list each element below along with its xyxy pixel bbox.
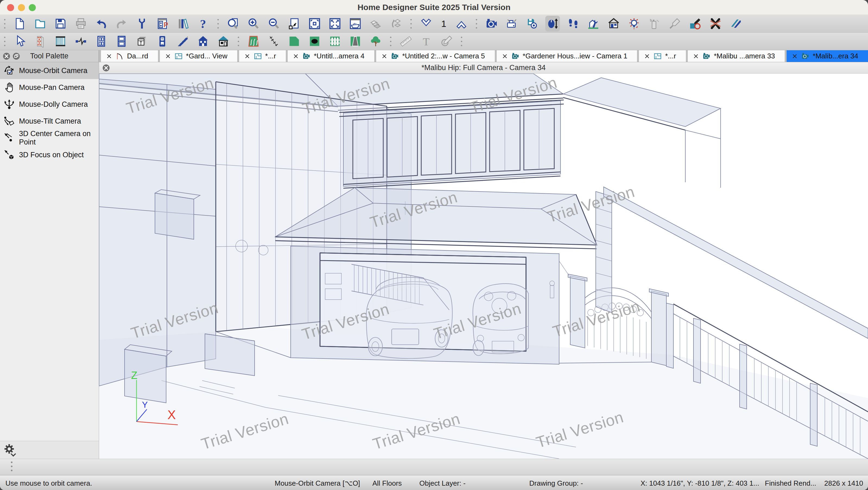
tab-dashboard[interactable]: Da...rd	[101, 50, 158, 62]
text-tool-button[interactable]: T	[419, 33, 433, 49]
tab-close-icon[interactable]	[106, 53, 112, 59]
window-tool-button[interactable]	[114, 33, 129, 49]
tab-camera-34[interactable]: *Malib...era 34	[786, 50, 868, 62]
undo-button[interactable]	[94, 16, 108, 31]
terrain-perimeter-button[interactable]	[246, 33, 261, 49]
cad-tools-button[interactable]	[439, 33, 454, 49]
terrain-feature-button[interactable]	[287, 33, 302, 49]
palette-item-mouse-dolly-camera[interactable]: Mouse-Dolly Camera	[0, 96, 99, 113]
toolbar-drag-handle[interactable]	[460, 37, 464, 46]
3d-canvas[interactable]: Z Y X Trial Version Trial Version Trial …	[99, 74, 868, 459]
gear-icon[interactable]	[3, 443, 17, 457]
fill-window-button[interactable]	[307, 16, 322, 31]
close-window-button[interactable]	[7, 4, 14, 11]
wall-tool-button[interactable]	[33, 33, 48, 49]
full-camera-button[interactable]	[484, 16, 499, 31]
tab-close-icon[interactable]	[244, 53, 250, 59]
walkthrough-button[interactable]	[566, 16, 580, 31]
down-one-floor-button[interactable]	[419, 16, 433, 31]
minimize-window-button[interactable]	[18, 4, 25, 11]
toolbar-drag-handle[interactable]	[11, 461, 12, 471]
save-plan-button[interactable]	[53, 16, 68, 31]
material-eyedropper-button[interactable]	[688, 16, 703, 31]
help-button[interactable]: ?	[196, 16, 210, 31]
tab-close-icon[interactable]	[292, 53, 299, 59]
library-browser-button[interactable]	[175, 16, 190, 31]
pond-tool-button[interactable]	[307, 33, 322, 49]
dollhouse-icon	[608, 18, 620, 30]
palette-item-mouse-tilt-camera[interactable]: Mouse-Tilt Camera	[0, 113, 99, 129]
up-one-floor-button[interactable]	[454, 16, 469, 31]
multi-floor-building-button[interactable]	[196, 33, 210, 49]
toolbar-drag-handle[interactable]	[3, 37, 7, 46]
swap-views-button[interactable]	[389, 16, 403, 31]
status-floor-filter[interactable]: All Floors	[372, 479, 402, 488]
auto-roof-button[interactable]	[216, 33, 231, 49]
toolbar-drag-handle[interactable]	[474, 19, 478, 29]
spline-tool-button[interactable]	[267, 33, 281, 49]
break-wall-button[interactable]	[73, 33, 88, 49]
default-settings-button[interactable]: P	[155, 16, 169, 31]
tab-camera-33[interactable]: *Malibu ...amera 33	[688, 50, 785, 62]
palette-item-mouse-orbit-camera[interactable]: Mouse-Orbit Camera	[0, 62, 99, 79]
door-tool-button[interactable]	[94, 33, 108, 49]
remodel-house-button[interactable]	[586, 16, 601, 31]
select-icon	[13, 35, 26, 48]
print-button[interactable]	[73, 16, 88, 31]
redo-button[interactable]	[114, 16, 129, 31]
find-in-library-button[interactable]	[226, 16, 241, 31]
cabinet-tool-button[interactable]	[135, 33, 149, 49]
pan-window-button[interactable]	[348, 16, 363, 31]
toolbar-drag-handle[interactable]	[409, 19, 413, 29]
tab-close-icon[interactable]	[381, 53, 388, 59]
palette-undock-button[interactable]	[12, 52, 21, 61]
tab-camera-5[interactable]: *Untitled 2:...w - Camera 5	[376, 50, 495, 62]
toolbar-drag-handle[interactable]	[3, 19, 7, 29]
palette-close-button[interactable]	[2, 52, 11, 61]
driveway-tool-button[interactable]	[348, 33, 363, 49]
plant-tool-button[interactable]	[368, 33, 383, 49]
save-camera-button[interactable]	[525, 16, 539, 31]
tab-close-icon[interactable]	[792, 53, 798, 59]
layer-display-button[interactable]	[368, 16, 383, 31]
fence-tool-button[interactable]	[328, 33, 342, 49]
tab-plan-2[interactable]: *...r	[239, 50, 286, 62]
palette-item-center-camera-on-point[interactable]: 3D Center Camera on Point	[0, 129, 99, 146]
new-plan-button[interactable]	[12, 16, 27, 31]
tab-close-icon[interactable]	[502, 53, 508, 59]
adjust-lights-button[interactable]	[627, 16, 641, 31]
tab-close-icon[interactable]	[644, 53, 650, 59]
expand-view-button[interactable]	[328, 16, 342, 31]
zoom-window-button[interactable]	[29, 4, 36, 11]
delete-object-button[interactable]	[708, 16, 723, 31]
zoom-out-button[interactable]	[267, 16, 281, 31]
tab-camera-1[interactable]: *Gardener Hous...iew - Camera 1	[497, 50, 637, 62]
palette-item-focus-on-object[interactable]: 3D Focus on Object	[0, 146, 99, 163]
select-objects-button[interactable]	[12, 33, 27, 49]
railing-tool-button[interactable]	[53, 33, 68, 49]
open-plan-button[interactable]	[33, 16, 48, 31]
zoom-extents-button[interactable]	[287, 16, 302, 31]
material-tool-button[interactable]	[668, 16, 682, 31]
toolbar-drag-handle[interactable]	[237, 37, 241, 46]
view-close-button[interactable]	[102, 63, 111, 72]
preferences-button[interactable]	[135, 16, 149, 31]
palette-item-mouse-pan-camera[interactable]: Mouse-Pan Camera	[0, 79, 99, 96]
tab-camera-4[interactable]: *Untitl...amera 4	[288, 50, 374, 62]
stairs-tool-button[interactable]	[175, 33, 190, 49]
perspective-view-button[interactable]	[504, 16, 519, 31]
mouse-orbit-camera-button[interactable]	[545, 16, 560, 31]
toolbar-drag-handle[interactable]	[389, 37, 393, 46]
toolbar-drag-handle[interactable]	[216, 19, 220, 29]
dimension-tool-button[interactable]	[398, 33, 413, 49]
tab-close-icon[interactable]	[165, 53, 171, 59]
tab-gardener-plan-view[interactable]: *Gard... View	[160, 50, 237, 62]
tab-close-icon[interactable]	[693, 53, 699, 59]
material-painter-button[interactable]	[728, 16, 743, 31]
electrical-tool-button[interactable]	[155, 33, 169, 49]
tab-plan-3[interactable]: *...r	[639, 50, 686, 62]
zoom-in-button[interactable]	[246, 16, 261, 31]
wireframe-house-render[interactable]: Z Y X Trial Version Trial Version Trial …	[99, 74, 868, 459]
dollhouse-view-button[interactable]	[606, 16, 621, 31]
spray-tool-button[interactable]	[647, 16, 662, 31]
